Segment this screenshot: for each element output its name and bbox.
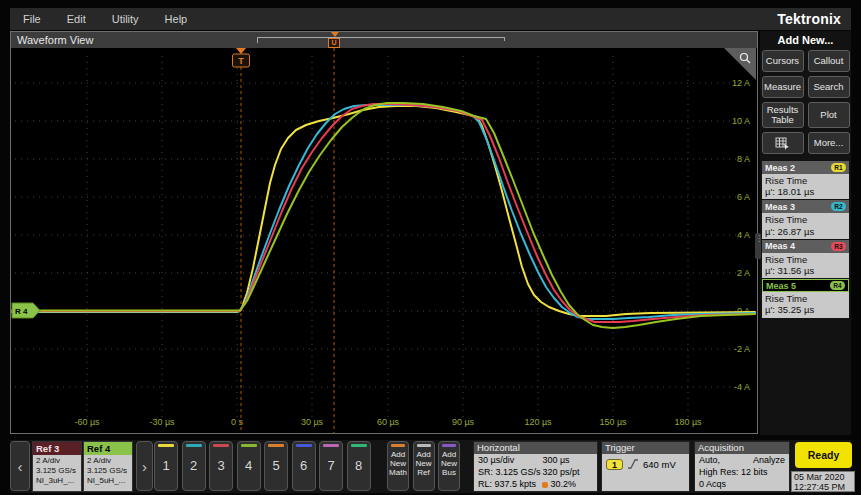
user-mark[interactable]: U — [328, 32, 341, 48]
y-axis-label: 2 A — [737, 268, 750, 278]
y-axis-label: 6 A — [737, 192, 750, 202]
results-grid-icon[interactable] — [762, 132, 804, 154]
y-axis-label: 12 A — [732, 78, 750, 88]
measurement-card-header[interactable]: Meas 3R2 — [762, 200, 849, 213]
add-new-math-button[interactable]: AddNewMath — [387, 441, 409, 491]
measurement-type: Rise Time — [765, 254, 846, 265]
add-color-stripe — [417, 444, 431, 447]
menu-edit[interactable]: Edit — [54, 13, 99, 25]
measurement-source-badge: R3 — [831, 242, 846, 251]
y-axis-label: -2 A — [734, 344, 750, 354]
trigger-panel-title: Trigger — [602, 442, 689, 454]
waveform-view-titlebar[interactable]: Waveform View U — [11, 32, 757, 48]
trigger-panel[interactable]: Trigger 1 640 mV — [601, 441, 690, 492]
button-search[interactable]: Search — [808, 76, 850, 98]
horizontal-row: RL: 937.5 kpts30.2% — [478, 479, 593, 491]
channel-color-stripe — [213, 444, 229, 447]
channel-button-4[interactable]: 4 — [237, 441, 261, 491]
channel-number: 5 — [272, 458, 279, 473]
x-axis-label: 150 µs — [599, 417, 627, 427]
measurement-source-badge: R2 — [831, 202, 846, 211]
acquisition-panel[interactable]: Acquisition Auto,AnalyzeHigh Res: 12 bit… — [694, 441, 790, 492]
measurement-name: Meas 5 — [766, 281, 796, 291]
ref4-position-tag-label: R 4 — [15, 307, 28, 316]
channel-button-7[interactable]: 7 — [319, 441, 343, 491]
channel-button-6[interactable]: 6 — [292, 441, 316, 491]
horizontal-row-left: SR: 3.125 GS/s — [478, 467, 542, 479]
horizontal-row: SR: 3.125 GS/s320 ps/pt — [478, 467, 593, 479]
channel-number: 1 — [162, 458, 169, 473]
add-color-stripe — [391, 444, 405, 447]
time-label: 12:27:45 PM — [794, 483, 854, 493]
trigger-source-badge: 1 — [606, 459, 623, 470]
channel-color-stripe — [268, 444, 284, 447]
x-axis-label: 90 µs — [452, 417, 475, 427]
channel-color-stripe — [323, 444, 339, 447]
acquisition-row-right: Analyze — [753, 455, 785, 467]
measurement-card[interactable]: Meas 3R2Rise Timeµ': 26.87 µs — [762, 200, 849, 238]
measurement-value: µ': 31.56 µs — [765, 265, 846, 276]
x-axis-label: 30 µs — [301, 417, 324, 427]
x-axis-label: -30 µs — [149, 417, 175, 427]
button-plot[interactable]: Plot — [808, 102, 850, 128]
measurement-card-header[interactable]: Meas 4R3 — [762, 240, 849, 253]
measurement-card[interactable]: Meas 4R3Rise Timeµ': 31.56 µs — [762, 240, 849, 278]
ref-badge-ref3[interactable]: Ref 32 A/div3.125 GS/sNI_3uH_... — [32, 441, 82, 492]
horizontal-row: 30 µs/div300 µs — [478, 455, 593, 467]
bottom-settings-bar: ‹ Ref 32 A/div3.125 GS/sNI_3uH_...Ref 42… — [10, 440, 851, 493]
button-measure[interactable]: Measure — [762, 76, 804, 98]
pan-zoom-range-indicator[interactable] — [257, 37, 505, 43]
measurement-card[interactable]: Meas 5R4Rise Timeµ': 35.25 µs — [762, 279, 849, 317]
horizontal-row-right-value: 30.2% — [550, 479, 576, 491]
ref-detail-line: 3.125 GS/s — [87, 466, 132, 476]
menu-utility[interactable]: Utility — [99, 13, 152, 25]
horizontal-panel[interactable]: Horizontal 30 µs/div300 µsSR: 3.125 GS/s… — [473, 441, 598, 492]
user-mark-triangle-icon — [331, 32, 339, 37]
menu-file[interactable]: File — [10, 13, 54, 25]
y-axis-label: -4 A — [734, 382, 750, 392]
measurement-card-header[interactable]: Meas 2R1 — [762, 161, 849, 174]
channel-color-stripe — [186, 444, 202, 447]
horizontal-row-right-value: 300 µs — [542, 455, 569, 467]
measurement-card-body: Rise Timeµ': 26.87 µs — [762, 213, 849, 238]
panel-splitter-handle[interactable]: ⋮ — [755, 233, 761, 259]
measurement-type: Rise Time — [765, 214, 846, 225]
y-axis-label: 4 A — [737, 230, 750, 240]
waveform-view-title: Waveform View — [17, 34, 93, 46]
waveform-plot[interactable]: -60 µs-30 µs0 s30 µs60 µs90 µs120 µs150 … — [11, 48, 756, 433]
acquisition-panel-title: Acquisition — [695, 442, 789, 454]
channel-button-1[interactable]: 1 — [154, 441, 178, 491]
button-cursors[interactable]: Cursors — [762, 50, 804, 72]
channel-button-3[interactable]: 3 — [209, 441, 233, 491]
measurement-value: µ': 26.87 µs — [765, 226, 846, 237]
channel-number: 4 — [245, 458, 252, 473]
measurement-card-body: Rise Timeµ': 31.56 µs — [762, 253, 849, 278]
channel-button-5[interactable]: 5 — [264, 441, 288, 491]
x-axis-label: -60 µs — [74, 417, 100, 427]
y-axis-label: 10 A — [732, 116, 750, 126]
datetime-box: 05 Mar 2020 12:27:45 PM — [791, 471, 855, 492]
measurement-type: Rise Time — [765, 175, 846, 186]
button-results-table[interactable]: Results Table — [762, 102, 804, 128]
channel-button-8[interactable]: 8 — [347, 441, 371, 491]
ref-badge-ref4[interactable]: Ref 42 A/div3.125 GS/sNI_5uH_... — [83, 441, 133, 492]
channel-button-2[interactable]: 2 — [182, 441, 206, 491]
add-new-ref-button[interactable]: AddNewRef — [413, 441, 435, 491]
channel-color-stripe — [296, 444, 312, 447]
measurement-name: Meas 2 — [765, 163, 795, 173]
right-sidebar: Add New... CursorsCalloutMeasureSearchRe… — [760, 31, 851, 435]
menu-help[interactable]: Help — [152, 13, 201, 25]
measurement-card[interactable]: Meas 2R1Rise Timeµ': 18.01 µs — [762, 161, 849, 199]
ref-detail-line: 3.125 GS/s — [36, 466, 81, 476]
measurement-card-header[interactable]: Meas 5R4 — [762, 279, 849, 292]
add-new-button-grid: CursorsCalloutMeasureSearchResults Table… — [760, 50, 851, 154]
measurement-type: Rise Time — [765, 293, 846, 304]
waveform-view-panel: Waveform View U -60 µs-30 µs0 s30 µs60 µ… — [10, 31, 758, 434]
scroll-left-button[interactable]: ‹ — [10, 441, 30, 491]
button-more-[interactable]: More... — [808, 132, 850, 154]
scroll-right-button[interactable]: › — [136, 441, 153, 491]
add-new-bus-button[interactable]: AddNewBus — [438, 441, 460, 491]
add-button-label: AddNewBus — [441, 450, 457, 478]
button-callout[interactable]: Callout — [808, 50, 850, 72]
horizontal-row-right-value: 320 ps/pt — [542, 467, 579, 479]
